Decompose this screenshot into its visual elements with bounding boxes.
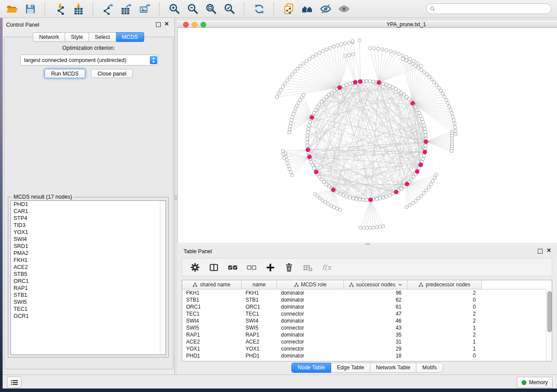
network-canvas[interactable] xyxy=(178,28,557,243)
hide-selected-icon[interactable] xyxy=(319,2,332,15)
mcds-result-item[interactable]: PHD1 xyxy=(11,201,166,208)
columns-icon[interactable] xyxy=(208,261,219,273)
column-header-MCDS-role[interactable]: MCDS role xyxy=(277,280,344,289)
mcds-list-scrollbar[interactable] xyxy=(160,201,166,354)
select-all-icon[interactable] xyxy=(227,261,238,273)
task-history-button[interactable] xyxy=(7,377,21,388)
run-mcds-button[interactable]: Run MCDS xyxy=(45,69,85,78)
function-builder-icon[interactable]: f(x) xyxy=(321,261,332,273)
mcds-result-list[interactable]: PHD1CAR1STP4TID3YOX1SWI4SRD1PMA2FKH1ACE2… xyxy=(10,200,166,355)
mcds-result-item[interactable]: SRD1 xyxy=(11,243,166,250)
cell-shared-name: STB1 xyxy=(182,296,242,303)
close-panel-button[interactable]: Close panel xyxy=(91,69,133,78)
close-panel-icon[interactable]: ✕ xyxy=(164,21,169,27)
tab-edge-table[interactable]: Edge Table xyxy=(331,363,370,373)
cell-MCDS-role: connector xyxy=(277,324,344,331)
column-label: name xyxy=(253,282,266,288)
column-header-name[interactable]: name xyxy=(242,280,277,289)
add-row-icon[interactable] xyxy=(264,261,276,273)
mcds-result-item[interactable]: TEC1 xyxy=(11,306,166,313)
splitter-grip[interactable] xyxy=(365,243,370,245)
mcds-result-item[interactable]: YOX1 xyxy=(11,229,166,236)
export-image-icon[interactable] xyxy=(138,2,151,15)
table-row[interactable]: SWI5SWI5connector431 xyxy=(182,324,552,331)
clone-network-icon[interactable] xyxy=(282,2,295,15)
column-header-successor-nodes[interactable]: successor nodes xyxy=(344,280,408,289)
close-window-icon[interactable] xyxy=(183,22,189,28)
cell-name: STB1 xyxy=(242,296,277,303)
tab-node-table[interactable]: Node Table xyxy=(291,363,331,373)
refresh-layout-icon[interactable] xyxy=(253,2,266,15)
cell-predecessor-nodes: 2 xyxy=(408,289,482,296)
mcds-result-item[interactable]: PMA2 xyxy=(11,250,166,257)
mcds-result-item[interactable]: STP4 xyxy=(11,215,166,222)
table-row[interactable]: SWI4SWI4dominator462 xyxy=(182,317,552,324)
zoom-fit-icon[interactable] xyxy=(204,2,218,15)
mcds-result-item[interactable]: SWI4 xyxy=(11,236,166,243)
table-row[interactable]: PHD1PHD1dominator180 xyxy=(182,352,552,359)
table-row[interactable]: ORC1ORC1dominator610 xyxy=(182,303,552,310)
import-table-icon[interactable] xyxy=(72,2,85,15)
memory-button[interactable]: Memory xyxy=(517,377,553,388)
cell-MCDS-role: dominator xyxy=(277,289,344,296)
tab-style[interactable]: Style xyxy=(65,32,89,42)
import-network-icon[interactable] xyxy=(53,2,66,15)
mcds-result-item[interactable]: TID3 xyxy=(11,222,166,229)
mcds-result-item[interactable]: GCR1 xyxy=(11,313,166,320)
table-row[interactable]: FKH1FKH1dominator962 xyxy=(182,289,552,296)
maximize-window-icon[interactable] xyxy=(201,22,206,28)
zoom-selected-icon[interactable] xyxy=(223,2,236,15)
delete-row-icon[interactable] xyxy=(283,261,294,273)
mcds-result-item[interactable]: ORC1 xyxy=(11,278,166,285)
mcds-result-item[interactable]: ACE2 xyxy=(11,264,166,271)
cell-successor-nodes: 47 xyxy=(344,310,408,317)
export-network-icon[interactable] xyxy=(101,2,114,15)
export-table-icon[interactable] xyxy=(120,2,133,15)
mcds-result-item[interactable]: STB5 xyxy=(11,271,166,278)
network-window-titlebar[interactable]: YPA_prune.txt_1 xyxy=(177,20,557,28)
mcds-result-item[interactable]: FKH1 xyxy=(11,257,166,264)
tab-network[interactable]: Network xyxy=(33,32,65,42)
scrollbar-thumb[interactable] xyxy=(547,291,552,332)
first-neighbors-icon[interactable] xyxy=(301,2,314,15)
settings-icon[interactable] xyxy=(189,261,201,273)
mcds-result-item[interactable]: RAP1 xyxy=(11,285,166,292)
search-input[interactable] xyxy=(438,4,551,13)
cell-successor-nodes: 43 xyxy=(344,324,408,331)
splitter-grip[interactable] xyxy=(175,195,177,200)
table-row[interactable]: STB1STB1dominator620 xyxy=(182,296,552,303)
table-toolbar: f(x) xyxy=(182,258,552,276)
zoom-out-icon[interactable] xyxy=(186,2,199,15)
mcds-result-item[interactable]: SWI5 xyxy=(11,299,166,306)
cell-MCDS-role: connector xyxy=(277,310,344,317)
criterion-select[interactable]: largest connected component (undirected) xyxy=(20,55,158,65)
tab-motifs[interactable]: Motifs xyxy=(416,363,443,373)
table-scrollbar[interactable] xyxy=(546,289,552,361)
show-all-icon[interactable] xyxy=(337,2,350,15)
column-header-shared-name[interactable]: shared name xyxy=(182,280,242,289)
minimize-window-icon[interactable] xyxy=(192,22,197,28)
network-view[interactable] xyxy=(177,28,557,243)
tab-select[interactable]: Select xyxy=(89,32,116,42)
tab-network-table[interactable]: Network Table xyxy=(370,363,417,373)
cell-shared-name: ORC1 xyxy=(182,303,242,310)
column-header-predecessor-nodes[interactable]: predecessor nodes xyxy=(408,280,482,289)
open-icon[interactable] xyxy=(5,2,18,15)
table-row[interactable]: TEC1TEC1connector472 xyxy=(182,310,552,317)
save-icon[interactable] xyxy=(24,2,37,15)
float-window-icon[interactable] xyxy=(538,249,543,254)
cell-successor-nodes: 62 xyxy=(344,296,408,303)
float-window-icon[interactable] xyxy=(156,22,161,27)
desktop: Control Panel ✕ NetworkStyleSelectMCDS O… xyxy=(0,0,557,392)
mcds-result-item[interactable]: CAR1 xyxy=(11,208,166,215)
delete-table-icon[interactable] xyxy=(302,261,313,273)
zoom-in-icon[interactable] xyxy=(168,2,181,15)
table-row[interactable]: RAP1RAP1dominator352 xyxy=(182,331,552,338)
mcds-buttons: Run MCDS Close panel xyxy=(4,69,173,78)
table-row[interactable]: YOX1YOX1connector291 xyxy=(182,345,552,352)
tab-mcds[interactable]: MCDS xyxy=(116,32,144,42)
mcds-result-item[interactable]: STB1 xyxy=(11,292,166,299)
table-row[interactable]: ACE2ACE2connector311 xyxy=(182,338,552,345)
deselect-all-icon[interactable] xyxy=(246,261,257,273)
close-panel-icon[interactable]: ✕ xyxy=(547,248,551,254)
